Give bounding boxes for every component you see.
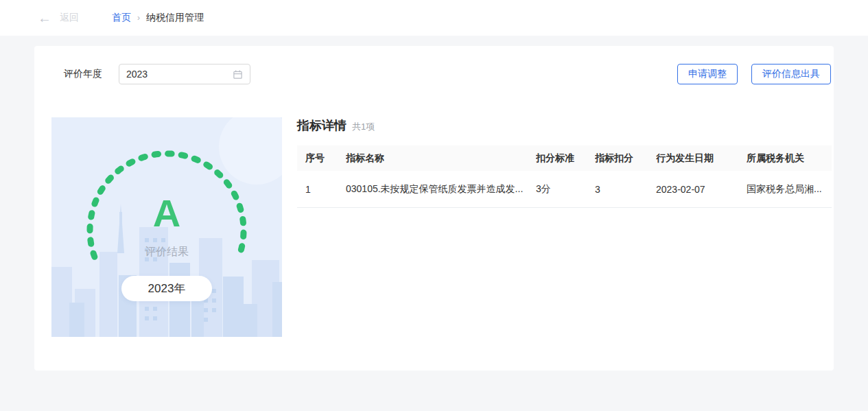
column-header-date: 行为发生日期	[656, 152, 747, 165]
evaluation-year-badge: 2023年	[121, 276, 212, 301]
cell-indicator-deduction: 3	[595, 184, 656, 195]
details-count-badge: 共1项	[352, 121, 375, 133]
table-row[interactable]: 1 030105.未按规定保管纸质发票并造成发... 3分 3 2023-02-…	[297, 171, 832, 208]
cell-deduction-standard: 3分	[536, 183, 595, 196]
evaluation-result-label: 评价结果	[51, 245, 282, 259]
breadcrumb-chevron-icon: ›	[137, 13, 140, 23]
column-header-index: 序号	[297, 152, 346, 165]
cell-indicator-name: 030105.未按规定保管纸质发票并造成发...	[346, 183, 536, 196]
cell-index: 1	[297, 184, 346, 195]
year-filter-label: 评价年度	[64, 68, 102, 80]
issue-evaluation-info-button[interactable]: 评价信息出具	[751, 64, 831, 84]
year-input-value: 2023	[126, 69, 233, 80]
column-header-standard: 扣分标准	[536, 152, 595, 165]
indicator-table: 序号 指标名称 扣分标准 指标扣分 行为发生日期 所属税务机关 1 030105…	[297, 145, 832, 208]
cell-behavior-date: 2023-02-07	[656, 184, 747, 195]
details-title: 指标详情	[297, 117, 347, 134]
indicator-details-section: 指标详情 共1项 序号 指标名称 扣分标准 指标扣分 行为发生日期 所属税务机关…	[297, 117, 831, 337]
apply-adjust-button[interactable]: 申请调整	[677, 64, 738, 84]
filter-row: 评价年度 2023 申请调整 评价信息出具	[34, 46, 834, 84]
back-button[interactable]: 返回	[60, 12, 79, 24]
column-header-name: 指标名称	[346, 152, 536, 165]
top-navigation-bar: ← 返回 首页 › 纳税信用管理	[0, 0, 868, 36]
calendar-icon	[233, 69, 243, 80]
credit-rating-card: A 评价结果 2023年	[51, 117, 282, 337]
column-header-deduction: 指标扣分	[595, 152, 656, 165]
column-header-authority: 所属税务机关	[747, 152, 832, 165]
breadcrumb-home-link[interactable]: 首页	[112, 12, 131, 24]
table-header-row: 序号 指标名称 扣分标准 指标扣分 行为发生日期 所属税务机关	[297, 145, 832, 171]
main-content-card: 评价年度 2023 申请调整 评价信息出具	[34, 46, 834, 371]
back-arrow-icon[interactable]: ←	[38, 11, 51, 25]
content-row: A 评价结果 2023年 指标详情 共1项 序号 指标名称 扣分标准 指标扣分 …	[34, 84, 834, 337]
cell-tax-authority: 国家税务总局湘...	[747, 183, 832, 196]
breadcrumb-current-page: 纳税信用管理	[146, 12, 204, 24]
credit-grade-letter: A	[51, 194, 282, 233]
year-date-input[interactable]: 2023	[119, 64, 250, 84]
